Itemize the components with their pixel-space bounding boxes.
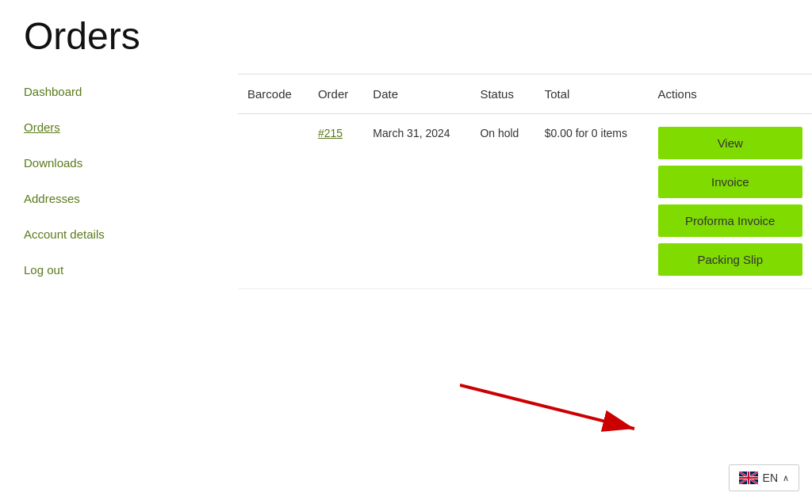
- sidebar-item-orders[interactable]: Orders: [24, 109, 214, 145]
- order-link[interactable]: #215: [318, 127, 343, 139]
- view-button[interactable]: View: [658, 127, 802, 159]
- packing-slip-button[interactable]: Packing Slip: [658, 243, 802, 276]
- table-row: #215 March 31, 2024 On hold $0.00 for 0 …: [238, 113, 812, 288]
- cell-actions: View Invoice Proforma Invoice Packing Sl…: [649, 113, 812, 288]
- actions-cell: View Invoice Proforma Invoice Packing Sl…: [658, 127, 802, 276]
- page-title: Orders: [0, 0, 812, 74]
- col-order: Order: [308, 74, 363, 114]
- language-switcher[interactable]: EN ∧: [729, 464, 799, 491]
- chevron-up-icon: ∧: [783, 473, 789, 483]
- sidebar-item-addresses[interactable]: Addresses: [24, 181, 214, 216]
- sidebar-item-account-details[interactable]: Account details: [24, 216, 214, 252]
- col-status: Status: [470, 74, 534, 114]
- svg-line-1: [460, 385, 634, 429]
- arrow-indicator: [460, 369, 666, 449]
- sidebar-item-downloads[interactable]: Downloads: [24, 145, 214, 181]
- invoice-button[interactable]: Invoice: [658, 166, 802, 198]
- cell-status: On hold: [470, 113, 534, 288]
- content-area: Barcode Order Date Status Total Actions …: [238, 74, 812, 289]
- proforma-invoice-button[interactable]: Proforma Invoice: [658, 204, 802, 237]
- col-date: Date: [363, 74, 470, 114]
- flag-icon: [739, 472, 758, 484]
- cell-order: #215: [308, 113, 363, 288]
- language-code: EN: [763, 472, 778, 484]
- col-total: Total: [535, 74, 649, 114]
- table-header-row: Barcode Order Date Status Total Actions: [238, 74, 812, 114]
- col-actions: Actions: [649, 74, 812, 114]
- col-barcode: Barcode: [238, 74, 308, 114]
- cell-date: March 31, 2024: [363, 113, 470, 288]
- orders-table: Barcode Order Date Status Total Actions …: [238, 74, 812, 289]
- sidebar: Dashboard Orders Downloads Addresses Acc…: [0, 74, 238, 289]
- cell-barcode: [238, 113, 308, 288]
- sidebar-item-log-out[interactable]: Log out: [24, 252, 214, 288]
- cell-total: $0.00 for 0 items: [535, 113, 649, 288]
- sidebar-item-dashboard[interactable]: Dashboard: [24, 74, 214, 109]
